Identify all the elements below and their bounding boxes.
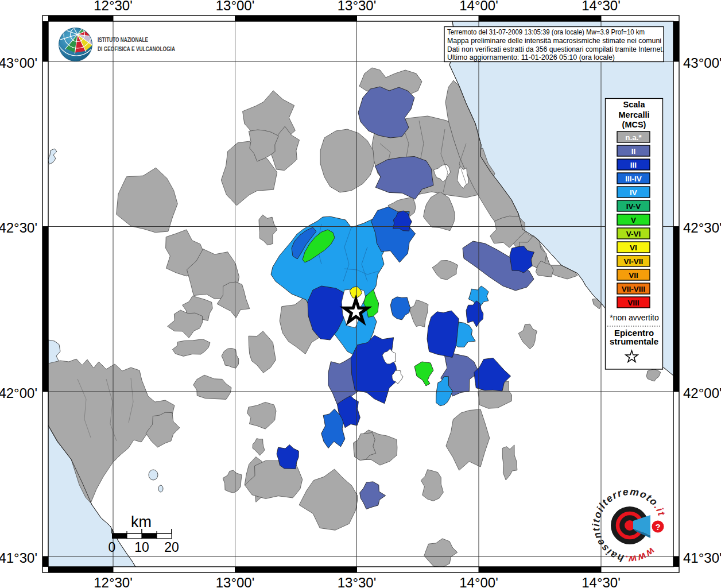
svg-text:20: 20 <box>164 540 179 555</box>
svg-text:13°30': 13°30' <box>338 0 377 13</box>
svg-text:strumentale: strumentale <box>610 336 658 346</box>
svg-text:43°00': 43°00' <box>0 55 37 71</box>
svg-text:IV-V: IV-V <box>626 202 641 211</box>
svg-text:ISTITUTO NAZIONALE: ISTITUTO NAZIONALE <box>98 36 148 43</box>
svg-text:VII: VII <box>629 271 638 280</box>
svg-text:42°00': 42°00' <box>0 385 37 401</box>
svg-text:VIII: VIII <box>627 299 639 307</box>
svg-text:42°30': 42°30' <box>683 220 721 235</box>
svg-text:V-VI: V-VI <box>626 230 641 238</box>
svg-text:DI GEOFISICA E VULCANOLOGIA: DI GEOFISICA E VULCANOLOGIA <box>98 45 175 52</box>
svg-text:Scala: Scala <box>623 100 646 109</box>
svg-text:14°30': 14°30' <box>582 575 621 588</box>
svg-text:Ultimo aggiornamento: 11-01-20: Ultimo aggiornamento: 11-01-2026 05:10 (… <box>447 53 615 61</box>
svg-text:Mercalli: Mercalli <box>619 110 650 119</box>
svg-text:VI: VI <box>630 243 637 252</box>
svg-text:km: km <box>131 513 152 531</box>
svg-text:41°30': 41°30' <box>0 550 37 566</box>
svg-text:*non avvertito: *non avvertito <box>610 313 659 322</box>
svg-text:43°00': 43°00' <box>683 55 721 71</box>
svg-text:?: ? <box>655 522 660 532</box>
svg-text:42°30': 42°30' <box>0 220 37 235</box>
svg-text:14°30': 14°30' <box>582 0 621 13</box>
svg-text:Epicentro: Epicentro <box>614 328 654 338</box>
svg-text:III-IV: III-IV <box>625 175 642 183</box>
svg-text:IV: IV <box>630 188 637 197</box>
svg-text:12°30': 12°30' <box>94 0 133 13</box>
svg-text:III: III <box>630 161 637 169</box>
svg-text:12°30': 12°30' <box>94 575 133 588</box>
svg-text:42°00': 42°00' <box>683 385 721 401</box>
svg-text:II: II <box>631 147 636 156</box>
svg-text:(MCS): (MCS) <box>622 120 646 129</box>
svg-text:VII-VIII: VII-VIII <box>622 285 645 293</box>
svg-text:14°00': 14°00' <box>459 0 498 13</box>
svg-text:13°00': 13°00' <box>216 575 255 588</box>
svg-text:13°30': 13°30' <box>338 575 377 588</box>
svg-text:13°00': 13°00' <box>216 0 255 13</box>
svg-text:n.a.*: n.a.* <box>625 133 642 142</box>
svg-text:Terremoto del 31-07-2009 13:05: Terremoto del 31-07-2009 13:05:39 (ora l… <box>447 28 645 36</box>
svg-text:VI-VII: VI-VII <box>624 257 644 266</box>
svg-text:41°30': 41°30' <box>683 550 721 566</box>
svg-text:10: 10 <box>134 540 149 555</box>
svg-text:V: V <box>631 216 636 225</box>
svg-text:Dati non verificati estratti d: Dati non verificati estratti da 356 ques… <box>447 45 664 53</box>
svg-text:14°00': 14°00' <box>459 575 498 588</box>
svg-text:0: 0 <box>108 540 116 555</box>
svg-text:Mappa preliminare delle intens: Mappa preliminare delle intensità macros… <box>447 36 661 45</box>
